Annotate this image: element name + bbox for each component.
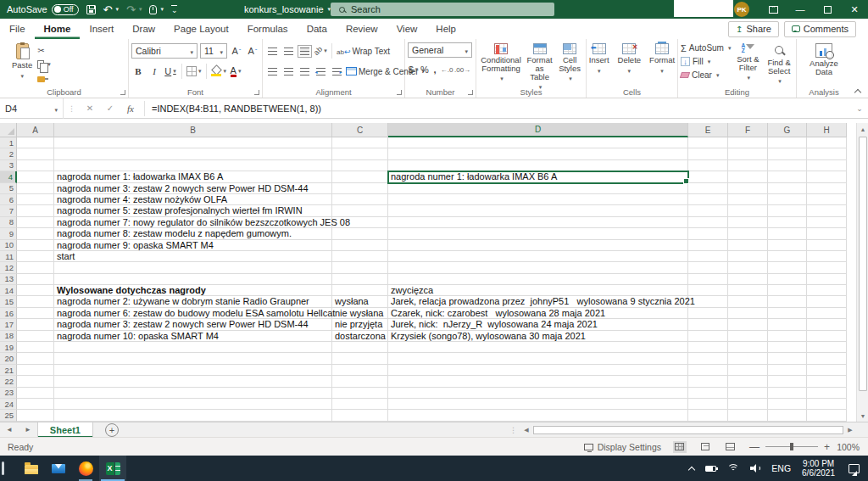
cell-H4[interactable] [807, 171, 847, 182]
cell-D12[interactable] [388, 262, 688, 273]
row-header-18[interactable]: 18 [0, 331, 17, 342]
cell-F3[interactable] [728, 160, 768, 171]
cell-C10[interactable] [332, 240, 388, 251]
view-page-break-button[interactable] [724, 441, 737, 453]
cell-B16[interactable]: nagroda numer 6: zestaw do budowy modelu… [54, 308, 332, 319]
cell-A25[interactable] [17, 410, 54, 421]
search-box[interactable]: Search [331, 3, 554, 16]
cell-C25[interactable] [332, 410, 388, 421]
cell-G17[interactable] [768, 319, 807, 330]
cell-G5[interactable] [768, 183, 807, 194]
cell-D14[interactable]: zwycięzca [388, 285, 688, 296]
cell-G10[interactable] [768, 240, 807, 251]
cell-D1[interactable] [388, 137, 688, 148]
find-select-button[interactable]: Find & Select [765, 42, 793, 87]
cell-D16[interactable]: Czarek, nick: czarobest wylosowana 28 ma… [388, 308, 688, 319]
clear-button[interactable]: Clear [681, 70, 731, 81]
cell-A7[interactable] [17, 205, 54, 216]
row-header-22[interactable]: 22 [0, 376, 17, 387]
cell-E20[interactable] [688, 353, 728, 364]
cell-E6[interactable] [688, 194, 728, 205]
cell-E18[interactable] [688, 331, 728, 342]
cell-E23[interactable] [688, 388, 728, 399]
cell-F9[interactable] [728, 228, 768, 239]
delete-cells-button[interactable]: Delete [615, 42, 643, 76]
vertical-scroll-thumb[interactable] [859, 137, 867, 391]
firefox-button[interactable] [72, 456, 99, 481]
language-indicator[interactable]: ENG [771, 463, 791, 473]
cell-E11[interactable] [688, 251, 728, 262]
cell-G23[interactable] [768, 388, 807, 399]
share-button[interactable]: ↥ Share [728, 21, 779, 37]
cell-F22[interactable] [728, 376, 768, 387]
cell-G11[interactable] [768, 251, 807, 262]
tray-expand-icon[interactable] [688, 466, 695, 473]
font-dialog-launcher-icon[interactable] [254, 90, 259, 95]
cell-B22[interactable] [54, 376, 332, 387]
action-center-icon[interactable] [849, 464, 860, 473]
cell-C11[interactable] [332, 251, 388, 262]
cell-H9[interactable] [807, 228, 847, 239]
vertical-scrollbar[interactable]: ▲ ▼ [856, 123, 868, 422]
column-header-B[interactable]: B [54, 123, 332, 137]
cell-B9[interactable]: nagroda numer 8: zestaw modelu z napędem… [54, 228, 332, 239]
cell-C5[interactable] [332, 183, 388, 194]
cell-A22[interactable] [17, 376, 54, 387]
cell-F8[interactable] [728, 217, 768, 228]
cell-D23[interactable] [388, 388, 688, 399]
clipboard-dialog-launcher-icon[interactable] [120, 90, 125, 95]
cell-H11[interactable] [807, 251, 847, 262]
row-header-20[interactable]: 20 [0, 353, 17, 364]
comments-button[interactable]: Comments [784, 21, 856, 37]
cell-G8[interactable] [768, 217, 807, 228]
cell-A5[interactable] [17, 183, 54, 194]
cell-D8[interactable] [388, 217, 688, 228]
row-header-25[interactable]: 25 [0, 410, 17, 421]
cell-H22[interactable] [807, 376, 847, 387]
cell-C7[interactable] [332, 205, 388, 216]
cell-A1[interactable] [17, 137, 54, 148]
cell-D6[interactable] [388, 194, 688, 205]
cell-G21[interactable] [768, 365, 807, 376]
column-header-A[interactable]: A [17, 123, 54, 137]
autosave-toggle[interactable]: Off [52, 4, 79, 15]
cell-B2[interactable] [54, 148, 332, 159]
cell-H1[interactable] [807, 137, 847, 148]
save-button[interactable] [86, 5, 96, 14]
cell-G3[interactable] [768, 160, 807, 171]
cell-D7[interactable] [388, 205, 688, 216]
row-header-2[interactable]: 2 [0, 148, 17, 159]
cell-H16[interactable] [807, 308, 847, 319]
cell-D2[interactable] [388, 148, 688, 159]
increase-indent-button[interactable] [330, 64, 343, 78]
cell-E25[interactable] [688, 410, 728, 421]
maximize-button[interactable] [814, 0, 841, 19]
cell-G12[interactable] [768, 262, 807, 273]
row-header-10[interactable]: 10 [0, 240, 17, 251]
cell-F12[interactable] [728, 262, 768, 273]
decrease-decimal-button[interactable]: .00→ [454, 63, 470, 76]
cell-F2[interactable] [728, 148, 768, 159]
wifi-icon[interactable] [727, 464, 739, 473]
column-header-C[interactable]: C [332, 123, 388, 137]
cell-H2[interactable] [807, 148, 847, 159]
cell-E12[interactable] [688, 262, 728, 273]
sheet-nav-right-icon[interactable]: ► [19, 426, 37, 433]
cell-C23[interactable] [332, 388, 388, 399]
format-cells-button[interactable]: Format [647, 42, 677, 76]
scroll-up-icon[interactable]: ▲ [857, 123, 868, 135]
row-header-19[interactable]: 19 [0, 342, 17, 353]
format-as-table-button[interactable]: Format as Table [524, 42, 555, 92]
cell-C12[interactable] [332, 262, 388, 273]
cell-C15[interactable]: wysłana [332, 296, 388, 307]
cell-C2[interactable] [332, 148, 388, 159]
cell-F1[interactable] [728, 137, 768, 148]
wrap-text-button[interactable]: Wrap Text [337, 45, 390, 57]
percent-format-button[interactable]: % [420, 63, 430, 76]
cell-B11[interactable]: start [54, 251, 332, 262]
row-header-1[interactable]: 1 [0, 137, 17, 148]
cell-E24[interactable] [688, 399, 728, 410]
cell-H19[interactable] [807, 342, 847, 353]
cell-E10[interactable] [688, 240, 728, 251]
cell-B12[interactable] [54, 262, 332, 273]
